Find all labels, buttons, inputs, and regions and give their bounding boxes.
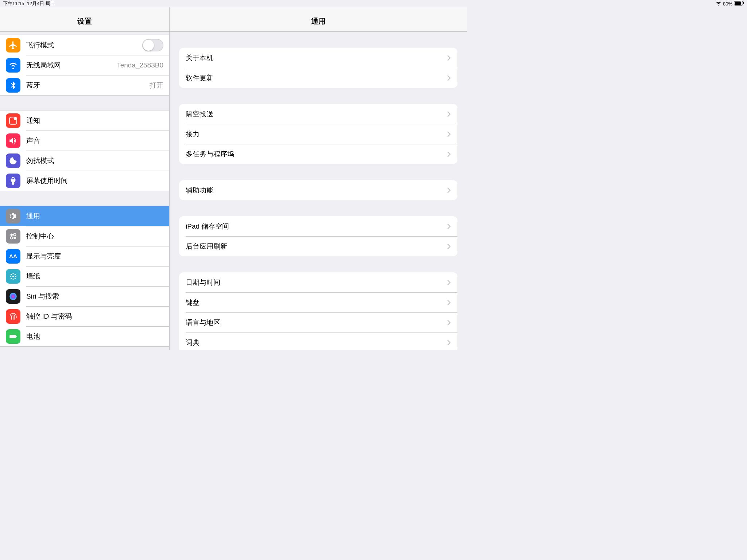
sidebar-header: 设置	[0, 7, 169, 32]
chevron-right-icon	[447, 340, 451, 346]
sidebar-item-label: 显示与亮度	[26, 252, 169, 261]
notify-icon	[6, 113, 20, 128]
detail-row[interactable]: 多任务与程序坞	[179, 144, 457, 164]
sidebar-item[interactable]: 声音	[0, 131, 169, 151]
detail-row[interactable]: 关于本机	[179, 48, 457, 68]
sidebar-item[interactable]: 墙纸	[0, 266, 169, 286]
detail-row[interactable]: 软件更新	[179, 68, 457, 88]
detail-row[interactable]: 隔空投送	[179, 104, 457, 124]
detail-row-label: 接力	[186, 129, 447, 139]
detail-row[interactable]: 语言与地区	[179, 312, 457, 332]
detail-row[interactable]: 辅助功能	[179, 180, 457, 200]
detail-header: 通用	[170, 7, 467, 32]
sidebar-item-label: 飞行模式	[26, 40, 142, 50]
svg-point-6	[13, 237, 16, 239]
chevron-right-icon	[447, 131, 451, 137]
svg-point-10	[12, 275, 14, 277]
touchid-icon	[6, 309, 20, 324]
svg-rect-20	[9, 335, 16, 338]
display-icon: AA	[6, 249, 20, 264]
svg-point-4	[14, 117, 17, 120]
battery-icon	[6, 329, 20, 344]
sidebar-item-label: 通知	[26, 116, 169, 125]
gear-icon	[6, 209, 20, 223]
sidebar-item[interactable]: 蓝牙打开	[0, 75, 169, 95]
detail-row-label: 关于本机	[186, 53, 447, 63]
detail-row[interactable]: 键盘	[179, 292, 457, 312]
detail-row-label: 后台应用刷新	[186, 242, 447, 251]
detail-row-label: 语言与地区	[186, 318, 447, 327]
detail-row-label: 多任务与程序坞	[186, 149, 447, 159]
sidebar-item-label: 无线局域网	[26, 61, 117, 70]
detail-row-label: 隔空投送	[186, 109, 447, 119]
sidebar-item-label: Siri 与搜索	[26, 292, 169, 301]
svg-point-15	[11, 273, 12, 275]
airplane-icon	[6, 38, 20, 52]
status-bar: 下午11:15 12月4日 周二 80%	[0, 0, 467, 7]
sidebar-item[interactable]: 飞行模式	[0, 35, 169, 55]
chevron-right-icon	[447, 187, 451, 193]
sidebar-item-label: 勿扰模式	[26, 156, 169, 166]
sidebar-item[interactable]: 控制中心	[0, 226, 169, 246]
detail-row[interactable]: 接力	[179, 124, 457, 144]
detail-row[interactable]: 后台应用刷新	[179, 236, 457, 256]
svg-point-17	[11, 277, 12, 279]
svg-text:AA: AA	[9, 253, 17, 259]
sidebar-item-label: 声音	[26, 136, 169, 145]
chevron-right-icon	[447, 280, 451, 285]
detail-row-label: 辅助功能	[186, 186, 447, 195]
airplane-toggle[interactable]	[142, 39, 163, 51]
sound-icon	[6, 133, 20, 148]
sidebar-item[interactable]: 通知	[0, 110, 169, 131]
sidebar-item[interactable]: 无线局域网Tenda_2583B0	[0, 55, 169, 75]
wallpaper-icon	[6, 269, 20, 284]
sidebar-item-label: 电池	[26, 332, 169, 341]
chevron-right-icon	[447, 111, 451, 117]
svg-point-12	[12, 278, 13, 279]
sidebar-item-label: 触控 ID 与密码	[26, 312, 169, 321]
chevron-right-icon	[447, 244, 451, 249]
bluetooth-icon	[6, 78, 20, 93]
chevron-right-icon	[447, 320, 451, 326]
svg-rect-21	[16, 335, 17, 337]
sidebar-item-label: 通用	[26, 211, 169, 221]
settings-sidebar: 设置 飞行模式无线局域网Tenda_2583B0蓝牙打开 通知声音勿扰模式屏幕使…	[0, 7, 170, 350]
sidebar-item[interactable]: 通用	[0, 206, 169, 226]
siri-icon	[6, 289, 20, 304]
detail-row[interactable]: iPad 储存空间	[179, 216, 457, 236]
svg-point-14	[15, 276, 16, 277]
detail-pane: 通用 关于本机软件更新隔空投送接力多任务与程序坞辅助功能iPad 储存空间后台应…	[170, 7, 467, 350]
detail-row[interactable]: 日期与时间	[179, 272, 457, 292]
screentime-icon	[6, 174, 20, 188]
svg-rect-7	[10, 237, 13, 239]
svg-point-11	[12, 273, 13, 274]
sidebar-item[interactable]: 屏幕使用时间	[0, 171, 169, 191]
detail-row-label: 日期与时间	[186, 278, 447, 287]
sidebar-item-label: 蓝牙	[26, 81, 150, 90]
sidebar-item-value: Tenda_2583B0	[117, 61, 163, 69]
chevron-right-icon	[447, 75, 451, 81]
control-icon	[6, 229, 20, 244]
detail-row-label: iPad 储存空间	[186, 222, 447, 231]
svg-point-18	[15, 277, 16, 279]
sidebar-item[interactable]: 电池	[0, 326, 169, 346]
sidebar-item-label: 控制中心	[26, 232, 169, 241]
chevron-right-icon	[447, 55, 451, 61]
dnd-icon	[6, 153, 20, 168]
detail-row[interactable]: 词典	[179, 332, 457, 350]
detail-row-label: 词典	[186, 338, 447, 347]
sidebar-item-label: 屏幕使用时间	[26, 176, 169, 186]
chevron-right-icon	[447, 223, 451, 229]
svg-point-16	[15, 273, 16, 275]
detail-row-label: 键盘	[186, 298, 447, 307]
sidebar-item[interactable]: AA显示与亮度	[0, 246, 169, 266]
chevron-right-icon	[447, 300, 451, 306]
detail-title: 通用	[311, 16, 326, 26]
sidebar-title: 设置	[77, 16, 92, 26]
sidebar-item-value: 打开	[150, 81, 163, 90]
svg-point-5	[10, 233, 13, 236]
status-time: 下午11:15	[3, 1, 24, 6]
sidebar-item[interactable]: Siri 与搜索	[0, 286, 169, 306]
sidebar-item[interactable]: 勿扰模式	[0, 151, 169, 171]
sidebar-item[interactable]: 触控 ID 与密码	[0, 306, 169, 326]
